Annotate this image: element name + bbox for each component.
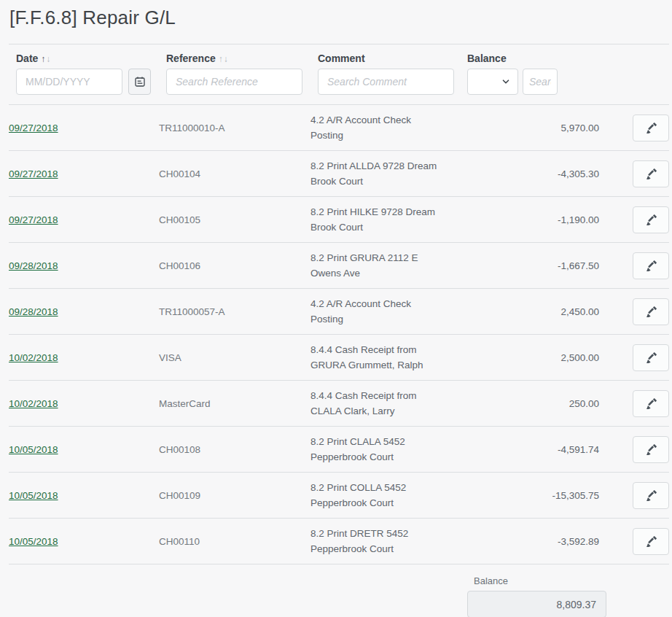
footer-balance-label: Balance: [467, 575, 606, 586]
comment-cell: 8.2 Print DRETR 5452 Pepperbrook Court: [310, 526, 449, 556]
date-cell: 10/02/2018: [9, 396, 159, 411]
reference-cell: MasterCard: [159, 396, 310, 411]
balance-cell: -1,667.50: [460, 258, 599, 273]
table-row: 10/02/2018 MasterCard 8.4.4 Cash Receipt…: [9, 381, 669, 427]
reference-column-header[interactable]: Reference↑↓: [166, 53, 318, 64]
date-cell: 10/02/2018: [9, 350, 159, 365]
edit-button[interactable]: [633, 206, 669, 233]
date-link[interactable]: 10/05/2018: [9, 490, 58, 501]
comment-cell: 8.2 Print ALLDA 9728 Dream Brook Court: [310, 158, 449, 189]
balance-cell: -15,305.75: [460, 488, 599, 503]
table-row: 10/05/2018 CH00109 8.2 Print COLLA 5452 …: [9, 473, 669, 519]
chevron-down-icon: [501, 77, 510, 86]
date-cell: 09/28/2018: [9, 304, 159, 319]
date-link[interactable]: 09/28/2018: [9, 306, 58, 317]
ledger-table: Date↑↓: [9, 44, 669, 617]
date-cell: 09/27/2018: [9, 166, 159, 182]
reference-cell: CH00110: [159, 534, 310, 549]
reference-cell: TR11000010-A: [159, 120, 310, 136]
table-row: 09/27/2018 CH00105 8.2 Print HILKE 9728 …: [9, 197, 669, 243]
edit-button[interactable]: [633, 160, 669, 187]
reference-cell: CH00108: [159, 442, 310, 457]
comment-cell: 8.2 Print GRURA 2112 E Owens Ave: [310, 250, 449, 281]
date-cell: 10/05/2018: [9, 488, 159, 503]
balance-cell: 2,500.00: [460, 350, 599, 365]
balance-cell: -4,591.74: [460, 442, 599, 457]
pencil-icon: [646, 123, 657, 133]
table-row: 10/02/2018 VISA 8.4.4 Cash Receipt from …: [9, 335, 669, 381]
pencil-icon: [646, 536, 657, 547]
footer-balance-total[interactable]: [467, 591, 606, 617]
balance-cell: -1,190.00: [460, 212, 599, 228]
table-row: 10/05/2018 CH00110 8.2 Print DRETR 5452 …: [9, 519, 669, 564]
edit-button[interactable]: [633, 390, 669, 417]
sort-descending-icon[interactable]: ↓: [224, 54, 229, 64]
pencil-icon: [646, 444, 657, 455]
edit-button[interactable]: [633, 115, 669, 141]
pencil-icon: [646, 352, 657, 363]
table-footer: Balance: [9, 564, 669, 617]
edit-button[interactable]: [633, 528, 669, 555]
reference-column-label: Reference: [166, 53, 216, 64]
sort-descending-icon[interactable]: ↓: [46, 54, 51, 64]
date-link[interactable]: 10/02/2018: [9, 352, 58, 363]
balance-cell: -4,305.30: [460, 166, 599, 182]
date-link[interactable]: 09/27/2018: [9, 123, 58, 133]
edit-button[interactable]: [633, 436, 669, 463]
edit-button[interactable]: [633, 482, 669, 509]
table-row: 09/28/2018 CH00106 8.2 Print GRURA 2112 …: [9, 243, 669, 289]
balance-cell: 5,970.00: [460, 120, 599, 136]
reference-cell: TR11000057-A: [159, 304, 310, 319]
comment-cell: 8.4.4 Cash Receipt from GRURA Grummett, …: [310, 342, 449, 373]
date-link[interactable]: 09/27/2018: [9, 214, 58, 225]
pencil-icon: [646, 306, 657, 317]
comment-filter-input[interactable]: [318, 69, 454, 95]
date-cell: 09/28/2018: [9, 258, 159, 273]
edit-button[interactable]: [633, 298, 669, 325]
balance-column-label: Balance: [467, 53, 606, 64]
pencil-icon: [646, 168, 657, 179]
date-link[interactable]: 09/28/2018: [9, 260, 58, 271]
balance-filter-input[interactable]: [523, 69, 558, 95]
date-link[interactable]: 10/05/2018: [9, 444, 58, 455]
table-filter-header: Date↑↓: [9, 44, 669, 105]
comment-cell: 8.2 Print CLALA 5452 Pepperbrook Court: [310, 434, 449, 465]
reference-cell: CH00106: [159, 258, 310, 273]
comment-cell: 8.2 Print COLLA 5452 Pepperbrook Court: [310, 480, 449, 511]
calendar-icon: [134, 76, 146, 88]
date-link[interactable]: 10/02/2018: [9, 398, 58, 409]
calendar-button[interactable]: [128, 69, 151, 95]
reference-cell: CH00104: [159, 166, 310, 182]
reference-cell: CH00105: [159, 212, 310, 228]
date-filter-input[interactable]: [16, 69, 122, 95]
reference-cell: CH00109: [159, 488, 310, 503]
comment-cell: 8.4.4 Cash Receipt from CLALA Clark, Lar…: [310, 388, 449, 419]
date-link[interactable]: 09/27/2018: [9, 168, 58, 179]
reference-cell: VISA: [159, 350, 310, 365]
table-row: 09/28/2018 TR11000057-A 4.2 A/R Account …: [9, 289, 669, 335]
date-cell: 09/27/2018: [9, 120, 159, 136]
edit-button[interactable]: [633, 252, 669, 279]
date-cell: 09/27/2018: [9, 212, 159, 228]
edit-button[interactable]: [633, 344, 669, 371]
balance-cell: 250.00: [460, 396, 599, 411]
pencil-icon: [646, 214, 657, 225]
pencil-icon: [646, 490, 657, 501]
pencil-icon: [646, 260, 657, 271]
date-column-label: Date: [16, 53, 38, 64]
sort-ascending-icon[interactable]: ↑: [219, 54, 224, 64]
comment-column-label: Comment: [318, 53, 467, 64]
date-column-header[interactable]: Date↑↓: [16, 53, 166, 64]
comment-cell: 4.2 A/R Account Check Posting: [310, 296, 449, 327]
date-link[interactable]: 10/05/2018: [9, 536, 58, 547]
reference-filter-input[interactable]: [166, 69, 302, 95]
balance-operator-select[interactable]: [467, 69, 518, 95]
table-row: 09/27/2018 TR11000010-A 4.2 A/R Account …: [9, 105, 669, 151]
balance-cell: -3,592.89: [460, 534, 599, 549]
page-title: [F.F.6.8] Repair G/L: [0, 0, 672, 44]
column-date: Date↑↓: [16, 53, 166, 95]
comment-cell: 8.2 Print HILKE 9728 Dream Brook Court: [310, 204, 449, 235]
balance-cell: 2,450.00: [460, 304, 599, 319]
column-comment: Comment: [318, 53, 467, 95]
column-reference: Reference↑↓: [166, 53, 318, 95]
